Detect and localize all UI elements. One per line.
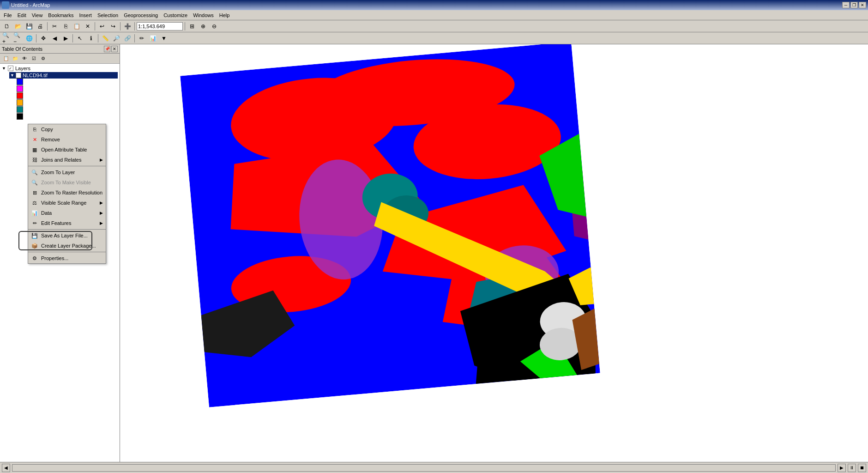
remove-icon: ✕ — [31, 136, 38, 143]
zoom-in-tool[interactable]: 🔍+ — [2, 33, 12, 43]
status-btn-right[interactable]: ▶ — [838, 464, 846, 472]
ctx-copy[interactable]: ⎘ Copy — [28, 124, 106, 134]
status-bar: ◀ ▶ ⏸ ⏹ — [0, 462, 868, 473]
close-button[interactable]: ✕ — [859, 2, 866, 8]
delete-btn[interactable]: ✕ — [83, 21, 93, 31]
ctx-create-package-label: Create Layer Package... — [41, 243, 103, 249]
sep5 — [185, 22, 185, 30]
full-extent-btn[interactable]: ⊞ — [187, 21, 197, 31]
data-arrow-icon: ▶ — [100, 211, 103, 215]
undo-btn[interactable]: ↩ — [97, 21, 107, 31]
window-title: Untitled - ArcMap — [11, 2, 50, 8]
ctx-zoom-visible-label: Zoom To Make Visible — [41, 180, 103, 185]
toc-list-by-drawing[interactable]: 📋 — [2, 55, 10, 63]
back-btn[interactable]: ◀ — [49, 33, 60, 43]
ctx-joins[interactable]: ⛓ Joins and Relates ▶ — [28, 155, 106, 165]
ctx-edit-features[interactable]: ✏ Edit Features ▶ — [28, 218, 106, 228]
add-data-btn[interactable]: ➕ — [122, 21, 133, 31]
sep2 — [95, 22, 95, 30]
globe-btn[interactable]: 🌐 — [24, 33, 34, 43]
more-btn[interactable]: ▼ — [159, 33, 169, 43]
ctx-properties[interactable]: ⚙ Properties... — [28, 253, 106, 263]
paste-btn[interactable]: 📋 — [72, 21, 82, 31]
ctx-data-label: Data — [41, 210, 97, 216]
status-btn-stop[interactable]: ⏹ — [858, 464, 866, 472]
ctx-zoom-layer-label: Zoom To Layer — [41, 170, 103, 175]
copy-icon: ⎘ — [31, 126, 38, 133]
menu-geoprocessing[interactable]: Geoprocessing — [121, 12, 161, 19]
editor-btn[interactable]: ✏ — [137, 33, 147, 43]
move-btn[interactable]: ✥ — [38, 33, 48, 43]
cut-btn[interactable]: ✂ — [49, 21, 60, 31]
menu-customize[interactable]: Customize — [161, 12, 190, 19]
menu-bookmarks[interactable]: Bookmarks — [45, 12, 76, 19]
data-icon: 📊 — [31, 209, 38, 217]
print-btn[interactable]: 🖨 — [35, 21, 45, 31]
ctx-data[interactable]: 📊 Data ▶ — [28, 208, 106, 218]
toc-options[interactable]: ⚙ — [39, 55, 47, 63]
edit-features-icon: ✏ — [31, 219, 38, 227]
identify-btn[interactable]: ℹ — [86, 33, 96, 43]
zoom-out-tool[interactable]: 🔍− — [13, 33, 23, 43]
menu-selection[interactable]: Selection — [95, 12, 121, 19]
menu-edit[interactable]: Edit — [15, 12, 29, 19]
ctx-open-attr[interactable]: ▦ Open Attribute Table — [28, 145, 106, 155]
ctx-visible-scale[interactable]: ⚖ Visible Scale Range ▶ — [28, 198, 106, 208]
status-btn-left[interactable]: ◀ — [2, 464, 10, 472]
layers-expand-icon[interactable]: ▼ — [2, 66, 6, 71]
toc-toolbar: 📋 📁 👁 ☑ ⚙ — [0, 54, 120, 64]
restore-button[interactable]: ❐ — [850, 2, 858, 8]
toc-list-by-visibility[interactable]: 👁 — [20, 55, 29, 63]
layer-checkbox[interactable]: ✓ — [16, 73, 21, 78]
zoom-out-btn[interactable]: ⊖ — [209, 21, 219, 31]
toc-pin-btn[interactable]: 📌 — [104, 46, 110, 52]
title-bar: Untitled - ArcMap ─ ❐ ✕ — [0, 0, 868, 10]
select-btn[interactable]: ↖ — [75, 33, 85, 43]
menu-help[interactable]: Help — [217, 12, 233, 19]
ctx-save-layer-label: Save As Layer File... — [41, 233, 103, 238]
ctx-save-layer[interactable]: 💾 Save As Layer File... — [28, 230, 106, 241]
save-layer-icon: 💾 — [31, 232, 38, 239]
open-btn[interactable]: 📂 — [13, 21, 23, 31]
menu-file[interactable]: File — [1, 12, 15, 19]
layers-label: Layers — [15, 66, 30, 71]
menu-windows[interactable]: Windows — [190, 12, 217, 19]
hyperlink-btn[interactable]: 🔗 — [122, 33, 133, 43]
horizontal-scrollbar[interactable] — [12, 464, 836, 472]
menu-insert[interactable]: Insert — [76, 12, 95, 19]
minimize-button[interactable]: ─ — [842, 2, 850, 8]
scale-input[interactable] — [137, 22, 183, 30]
sep4 — [134, 22, 135, 30]
ctx-remove[interactable]: ✕ Remove — [28, 134, 106, 145]
status-btn-pause[interactable]: ⏸ — [848, 464, 856, 472]
ctx-create-package[interactable]: 📦 Create Layer Package... — [28, 241, 106, 251]
attr-btn[interactable]: 📊 — [148, 33, 158, 43]
find-btn[interactable]: 🔎 — [111, 33, 121, 43]
toc-list-by-selection[interactable]: ☑ — [30, 55, 38, 63]
title-bar-controls[interactable]: ─ ❐ ✕ — [842, 2, 866, 8]
ctx-zoom-raster[interactable]: ⊞ Zoom To Raster Resolution — [28, 188, 106, 198]
toc-list-by-source[interactable]: 📁 — [11, 55, 19, 63]
forward-btn[interactable]: ▶ — [60, 33, 71, 43]
menu-view[interactable]: View — [29, 12, 46, 19]
new-btn[interactable]: 🗋 — [2, 21, 12, 31]
ctx-visible-scale-label: Visible Scale Range — [41, 200, 97, 206]
redo-btn[interactable]: ↪ — [108, 21, 118, 31]
swatch-magenta — [17, 85, 23, 92]
copy-btn[interactable]: ⎘ — [60, 21, 71, 31]
swatch-orange — [17, 99, 23, 106]
toc-controls[interactable]: 📌 ✕ — [104, 46, 118, 52]
measure-btn[interactable]: 📏 — [100, 33, 110, 43]
toc-close-btn[interactable]: ✕ — [111, 46, 118, 52]
ctx-zoom-layer[interactable]: 🔍 Zoom To Layer — [28, 167, 106, 177]
sep7 — [72, 34, 73, 42]
layer-item-nlcd[interactable]: ▼ ✓ NLCD94.tif — [9, 72, 118, 79]
save-btn[interactable]: 💾 — [24, 21, 34, 31]
zoom-in-btn[interactable]: ⊕ — [198, 21, 208, 31]
context-menu: ⎘ Copy ✕ Remove ▦ Open Attribute Table ⛓… — [28, 124, 106, 264]
joins-icon: ⛓ — [31, 156, 38, 164]
layers-checkbox[interactable]: ✓ — [8, 66, 13, 71]
map-canvas[interactable] — [120, 44, 868, 462]
tools-toolbar: 🔍+ 🔍− 🌐 ✥ ◀ ▶ ↖ ℹ 📏 🔎 🔗 ✏ 📊 ▼ — [0, 32, 868, 44]
toc-content: ▼ ✓ Layers ▼ ✓ NLCD94.tif ⎘ — [0, 64, 120, 462]
